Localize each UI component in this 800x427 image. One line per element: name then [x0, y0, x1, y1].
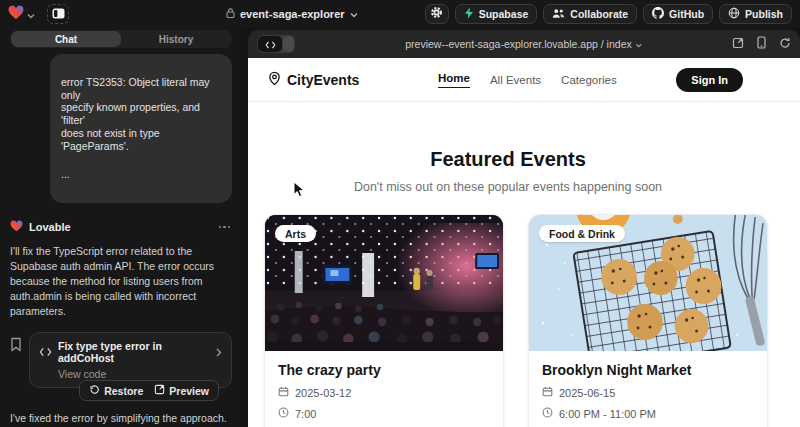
version-actions: Restore Preview: [79, 380, 219, 401]
clock-icon: [278, 407, 289, 420]
hero-subtitle: Don't miss out on these popular events h…: [248, 180, 768, 194]
settings-button[interactable]: [425, 4, 449, 24]
user-message-text: error TS2353: Object literal may only sp…: [61, 76, 210, 152]
collaborate-label: Collaborate: [570, 8, 628, 20]
chevron-down-icon: [27, 5, 35, 23]
assistant-paragraph-1: I'll fix the TypeScript error related to…: [10, 244, 232, 319]
lock-icon: [226, 8, 235, 20]
user-message-ellipsis: ...: [61, 168, 221, 181]
event-time: 6:00 PM - 11:00 PM: [559, 408, 656, 420]
github-button[interactable]: GitHub: [643, 4, 713, 24]
clock-icon: [542, 407, 553, 420]
chevron-down-icon: [350, 8, 358, 20]
code-icon: [265, 35, 276, 53]
event-image-cookies: Food & Drink: [529, 215, 767, 351]
supabase-button[interactable]: Supabase: [455, 4, 538, 24]
event-date: 2025-03-12: [295, 387, 351, 399]
calendar-icon: [278, 386, 289, 399]
event-card[interactable]: Arts The crazy party 2025-03-12 7: [264, 214, 504, 427]
event-card[interactable]: Food & Drink Brooklyn Night Market 2025-…: [528, 214, 768, 427]
hero-title: Featured Events: [248, 148, 768, 171]
chevron-right-icon: [216, 343, 222, 361]
sign-in-button[interactable]: Sign In: [676, 68, 743, 92]
preview-url-selector[interactable]: preview--event-saga-explorer.lovable.app…: [405, 38, 642, 50]
code-icon: [39, 343, 52, 361]
map-pin-icon: [268, 71, 281, 89]
message-more-button[interactable]: [217, 224, 233, 231]
project-name: event-saga-explorer: [240, 8, 345, 20]
assistant-name: Lovable: [29, 221, 71, 233]
restore-icon: [89, 384, 100, 397]
preview-button[interactable]: Preview: [154, 384, 209, 397]
gear-icon: [430, 5, 443, 23]
github-icon: [652, 7, 664, 21]
nav-home[interactable]: Home: [438, 72, 470, 88]
tab-chat[interactable]: Chat: [11, 31, 121, 47]
lovable-logo-menu[interactable]: [8, 5, 35, 24]
chevron-down-icon: [636, 38, 643, 50]
publish-button[interactable]: Publish: [719, 4, 792, 24]
bookmark-icon[interactable]: [10, 337, 22, 356]
event-time: 7:00: [295, 408, 316, 420]
code-card-title: Fix type type error in addCoHost: [58, 340, 210, 364]
category-badge: Food & Drink: [539, 225, 625, 242]
app-topbar: event-saga-explorer Supabase: [0, 0, 800, 28]
refresh-icon[interactable]: [779, 35, 791, 53]
event-title: The crazy party: [278, 362, 490, 378]
supabase-label: Supabase: [479, 8, 529, 20]
preview-label: Preview: [169, 385, 209, 397]
globe-icon: [728, 7, 740, 21]
chat-tabs: Chat History: [10, 30, 232, 48]
nav-categories[interactable]: Categories: [561, 74, 617, 86]
toggle-sidebar-button[interactable]: [47, 4, 69, 24]
site-brand[interactable]: CityEvents: [268, 71, 359, 89]
event-title: Brooklyn Night Market: [542, 362, 754, 378]
site-header: CityEvents Home All Events Categories Si…: [248, 58, 800, 102]
event-date: 2025-06-15: [559, 387, 615, 399]
mobile-view-icon[interactable]: [757, 35, 766, 53]
nav-all-events[interactable]: All Events: [490, 74, 541, 86]
event-image-party: Arts: [265, 215, 503, 351]
restore-button[interactable]: Restore: [89, 384, 143, 397]
chat-panel: Chat History error TS2353: Object litera…: [0, 28, 240, 427]
preview-page: CityEvents Home All Events Categories Si…: [248, 58, 800, 427]
github-label: GitHub: [669, 8, 704, 20]
open-in-new-tab-icon[interactable]: [732, 35, 744, 53]
lovable-heart-icon: [8, 5, 24, 24]
lovable-heart-icon: [10, 218, 23, 236]
calendar-icon: [542, 386, 553, 399]
preview-chrome: preview--event-saga-explorer.lovable.app…: [248, 30, 800, 58]
people-icon: [552, 8, 565, 21]
preview-panel: preview--event-saga-explorer.lovable.app…: [248, 30, 800, 427]
hero-section: Featured Events Don't miss out on these …: [248, 148, 768, 194]
tab-history[interactable]: History: [121, 31, 231, 47]
restore-label: Restore: [104, 385, 143, 397]
publish-label: Publish: [745, 8, 783, 20]
view-code-link[interactable]: View code: [58, 368, 222, 380]
paragraph2-text: I've fixed the error by simplifying the …: [10, 412, 227, 427]
assistant-header: Lovable: [10, 218, 232, 236]
panel-left-icon: [52, 5, 65, 23]
external-link-icon: [154, 384, 165, 397]
site-nav: Home All Events Categories: [438, 72, 617, 88]
user-message-bubble: error TS2353: Object literal may only sp…: [50, 54, 232, 203]
brand-name: CityEvents: [287, 72, 359, 88]
supabase-bolt-icon: [464, 7, 474, 21]
code-view-toggle[interactable]: [257, 35, 295, 53]
category-badge: Arts: [275, 225, 316, 242]
assistant-paragraph-2: I've fixed the error by simplifying the …: [10, 411, 232, 427]
event-cards: Arts The crazy party 2025-03-12 7: [264, 214, 800, 427]
project-selector[interactable]: event-saga-explorer: [226, 0, 358, 28]
preview-url: preview--event-saga-explorer.lovable.app…: [405, 38, 631, 50]
collaborate-button[interactable]: Collaborate: [543, 4, 637, 24]
toggle-knob: [283, 36, 294, 52]
